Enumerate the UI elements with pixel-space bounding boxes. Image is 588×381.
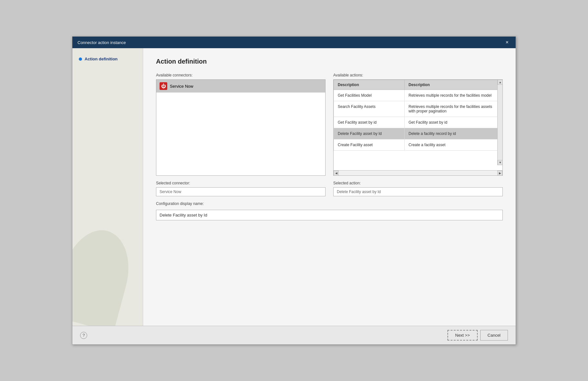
selected-row: Selected connector: Selected action: <box>156 181 503 196</box>
dialog-body: Action definition Action definition Avai… <box>72 48 516 326</box>
scroll-track-h <box>339 171 497 175</box>
service-now-icon: ⏻ <box>160 82 167 90</box>
footer-left: ? <box>80 332 87 339</box>
footer-right: Next >> Cancel <box>447 330 508 341</box>
action-name: Get Facility asset by id <box>334 117 405 128</box>
sidebar: Action definition <box>72 48 143 326</box>
action-name: Search Facility Assets <box>334 101 405 117</box>
help-button[interactable]: ? <box>80 332 87 339</box>
action-description: Retrieves multiple records for the facil… <box>405 101 502 117</box>
connector-name: Service Now <box>170 84 193 89</box>
scroll-thumb <box>498 85 502 160</box>
config-name-section: Configuration display name: <box>156 201 503 220</box>
scroll-down-arrow[interactable]: ▼ <box>498 160 502 165</box>
connector-action-dialog: Connector action instance × Action defin… <box>72 36 516 345</box>
horizontal-scrollbar[interactable]: ◀ ▶ <box>334 170 502 175</box>
action-description: Delete a facility record by id <box>405 128 502 139</box>
cancel-button[interactable]: Cancel <box>480 330 508 341</box>
title-bar: Connector action instance × <box>72 37 516 48</box>
selected-action-input[interactable] <box>333 187 503 196</box>
power-icon: ⏻ <box>161 84 166 88</box>
action-description: Get Facility asset by id <box>405 117 502 128</box>
selected-action-col: Selected action: <box>333 181 503 196</box>
sidebar-dot <box>79 58 82 61</box>
config-display-name-label: Configuration display name: <box>156 201 503 206</box>
close-button[interactable]: × <box>504 39 510 46</box>
vertical-scrollbar[interactable]: ▲ ▼ <box>497 80 502 165</box>
table-row[interactable]: Delete Facility asset by Id Delete a fac… <box>334 128 502 139</box>
config-display-name-input[interactable] <box>156 210 503 220</box>
actions-table: Description Description Get Facilities M… <box>334 80 502 151</box>
table-row[interactable]: Get Facility asset by id Get Facility as… <box>334 117 502 128</box>
actions-table-wrapper: Description Description Get Facilities M… <box>333 79 503 176</box>
available-connectors-label: Available connectors: <box>156 73 326 77</box>
table-row[interactable]: Create Facility asset Create a facility … <box>334 139 502 151</box>
col1-header: Description <box>334 80 405 90</box>
connectors-actions-row: Available connectors: ⏻ Service Now Avai… <box>156 73 503 176</box>
selected-action-label: Selected action: <box>333 181 503 185</box>
action-name: Create Facility asset <box>334 139 405 151</box>
selected-connector-label: Selected connector: <box>156 181 326 185</box>
section-title: Action definition <box>156 58 503 65</box>
table-row[interactable]: Search Facility Assets Retrieves multipl… <box>334 101 502 117</box>
sidebar-item-action-definition[interactable]: Action definition <box>78 55 138 63</box>
dialog-footer: ? Next >> Cancel <box>72 326 516 344</box>
action-description: Retrieves multiple records for the facil… <box>405 90 502 101</box>
connectors-list[interactable]: ⏻ Service Now <box>156 79 326 176</box>
dialog-title: Connector action instance <box>78 40 126 45</box>
sidebar-decoration <box>72 223 138 326</box>
scroll-right-arrow[interactable]: ▶ <box>497 171 502 176</box>
connector-item-servicenow[interactable]: ⏻ Service Now <box>156 80 325 93</box>
selected-connector-col: Selected connector: <box>156 181 326 196</box>
action-description: Create a facility asset <box>405 139 502 151</box>
actions-column: Available actions: Description Descripti… <box>333 73 503 176</box>
action-name: Delete Facility asset by Id <box>334 128 405 139</box>
scroll-left-arrow[interactable]: ◀ <box>334 171 339 176</box>
scroll-up-arrow[interactable]: ▲ <box>498 80 502 85</box>
selected-connector-input[interactable] <box>156 187 326 196</box>
next-button[interactable]: Next >> <box>447 330 478 341</box>
main-content: Action definition Available connectors: … <box>143 48 516 326</box>
connectors-column: Available connectors: ⏻ Service Now <box>156 73 326 176</box>
available-actions-label: Available actions: <box>333 73 503 77</box>
action-name: Get Facilities Model <box>334 90 405 101</box>
col2-header: Description <box>405 80 502 90</box>
table-row[interactable]: Get Facilities Model Retrieves multiple … <box>334 90 502 101</box>
sidebar-item-label: Action definition <box>85 57 118 61</box>
